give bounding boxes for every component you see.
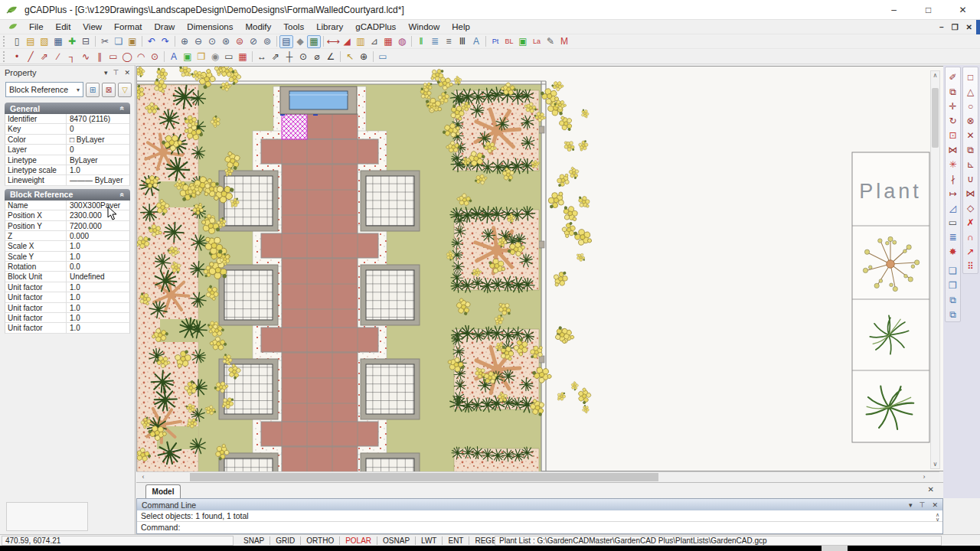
snap-node-icon[interactable]: ⊗ (964, 113, 978, 128)
block-manager-icon[interactable]: BL (502, 35, 516, 48)
panel-pin-icon[interactable]: ⊤ (920, 501, 926, 509)
drawing-canvas[interactable]: Plant ∧ ∨ (136, 66, 943, 471)
panel-pin-icon[interactable]: ⊤ (113, 69, 119, 77)
menu-file[interactable]: File (23, 21, 50, 33)
format-painter-icon[interactable]: ✐ (946, 70, 960, 84)
zoom-in-icon[interactable]: ⊕ (178, 35, 191, 48)
fillet-icon[interactable]: ◿ (946, 201, 960, 215)
zoom-window-icon[interactable]: ⊘ (247, 35, 260, 48)
scroll-down-icon[interactable]: ∨ (931, 461, 939, 468)
sketch-icon[interactable]: ✎ (544, 35, 557, 48)
zoom-previous-icon[interactable]: ⊚ (260, 35, 274, 48)
snap-midpoint-icon[interactable]: △ (964, 84, 978, 99)
dim-ordinate-icon[interactable]: ┼ (283, 50, 296, 63)
send-under-icon[interactable]: ⧉ (946, 307, 960, 321)
property-value[interactable]: 8470 (2116) (67, 114, 129, 123)
tab-bar-close-icon[interactable]: ✕ (928, 485, 934, 494)
cut-icon[interactable]: ✂ (98, 35, 112, 48)
tab-model[interactable]: Model (145, 484, 181, 498)
dim-diameter-icon[interactable]: ⌀ (310, 50, 324, 63)
panel-menu-icon[interactable]: ▾ (104, 69, 108, 77)
property-value[interactable]: 1.0 (67, 292, 129, 302)
snap-none-icon[interactable]: ✗ (964, 215, 978, 230)
property-value[interactable]: 1.0 (67, 323, 129, 332)
scroll-left-icon[interactable]: ‹ (138, 472, 149, 482)
text-icon[interactable]: A (167, 50, 181, 63)
command-line-toggle-icon[interactable]: ▭ (376, 50, 390, 63)
shade-icon[interactable]: ◆ (293, 35, 307, 48)
save-icon[interactable]: ▦ (51, 35, 65, 48)
deselect-objects-button[interactable]: ⊠ (102, 83, 116, 97)
construction-line-icon[interactable]: ∕ (51, 50, 65, 63)
menu-tools[interactable]: Tools (277, 21, 310, 33)
property-value[interactable]: 300X300Paver (67, 201, 129, 210)
property-row[interactable]: Color□ ByLayer (5, 135, 130, 145)
point-icon[interactable]: • (10, 50, 24, 63)
maximize-button[interactable]: □ (911, 0, 946, 20)
snap-perpendicular-icon[interactable]: ⊾ (964, 157, 978, 171)
render-sphere-icon[interactable]: ◉ (208, 50, 222, 63)
scroll-right-icon[interactable]: › (919, 472, 929, 482)
dim-linear-icon[interactable]: ↔ (255, 50, 269, 63)
plant-list-path[interactable]: Plant List : G:\GardenCADMaster\GardenCA… (495, 536, 942, 546)
leader-icon[interactable]: ↖ (343, 50, 357, 63)
extend-icon[interactable]: ↦ (946, 186, 960, 201)
add-plant-icon[interactable]: ✚ (65, 35, 79, 48)
zoom-dynamic-icon[interactable]: ⊛ (219, 35, 233, 48)
property-row[interactable]: Scale X1.0 (5, 241, 130, 251)
measure-distance-icon[interactable]: ⟷ (326, 35, 340, 48)
command-input[interactable]: Command: (137, 522, 942, 533)
arc-icon[interactable]: ◠ (134, 50, 148, 63)
plant-schedule-icon[interactable]: ▦ (381, 35, 395, 48)
property-value[interactable]: 1.0 (67, 282, 129, 292)
property-value[interactable]: 1.0 (67, 252, 129, 261)
menu-window[interactable]: Window (402, 21, 446, 33)
redo-icon[interactable]: ↷ (158, 35, 172, 48)
explode-icon[interactable]: ✸ (946, 244, 960, 259)
move-icon[interactable]: ✛ (946, 99, 960, 113)
vertical-scrollbar[interactable]: ∧ ∨ (930, 70, 940, 469)
property-value[interactable]: 0 (67, 124, 129, 133)
menu-help[interactable]: Help (446, 21, 476, 33)
property-row[interactable]: Position Y7200.000 (5, 221, 130, 231)
property-row[interactable]: Scale Y1.0 (5, 252, 130, 262)
spline-icon[interactable]: ∿ (79, 50, 93, 63)
menu-view[interactable]: View (77, 21, 108, 33)
layer-manager-icon[interactable]: La (530, 35, 544, 48)
snap-grid-icon[interactable]: ⠿ (964, 259, 978, 273)
property-value[interactable]: 1.0 (67, 313, 129, 322)
offset-icon[interactable]: ∥ (93, 50, 106, 63)
property-row[interactable]: Block UnitUndefined (5, 272, 130, 282)
snap-insertion-icon[interactable]: ⧉ (964, 142, 978, 157)
property-value[interactable]: 1.0 (67, 241, 129, 250)
print-icon[interactable]: ⊟ (79, 35, 93, 48)
property-value[interactable]: 0.000 (67, 231, 129, 240)
zoom-realtime-icon[interactable]: ⊙ (205, 35, 219, 48)
snap-settings-icon[interactable]: ∩ (964, 230, 978, 244)
mtext-icon[interactable]: M (557, 35, 571, 48)
plant-palette-icon[interactable]: ▦ (307, 35, 321, 48)
polyline-icon[interactable]: ┐ (65, 50, 79, 63)
snap-intersection-icon[interactable]: ✕ (964, 128, 978, 142)
trim-icon[interactable]: ∤ (946, 171, 960, 186)
horizontal-scroll-thumb[interactable] (190, 473, 658, 481)
snap-quadrant-icon[interactable]: ◇ (964, 201, 978, 215)
property-row[interactable]: Rotation0.0 (5, 262, 130, 272)
toggle-osnap[interactable]: OSNAP (377, 536, 415, 545)
panel-menu-icon[interactable]: ▾ (909, 501, 913, 509)
snap-tangent-icon[interactable]: ∪ (964, 171, 978, 186)
toggle-lwt[interactable]: LWT (416, 536, 442, 545)
toolbar-grip[interactable] (3, 51, 8, 62)
close-button[interactable]: ✕ (946, 0, 980, 20)
select-objects-button[interactable]: ⊞ (86, 83, 100, 97)
point-style-icon[interactable]: Pt (488, 35, 502, 48)
mdi-minimize-button[interactable]: – (939, 23, 944, 31)
undo-icon[interactable]: ↶ (145, 35, 158, 48)
minimize-button[interactable]: – (877, 0, 911, 20)
section-header[interactable]: Block Reference« (5, 189, 130, 201)
dim-aligned-icon[interactable]: ⇗ (269, 50, 283, 63)
property-row[interactable]: Linetype scale1.0 (5, 165, 130, 175)
property-row[interactable]: Unit factor1.0 (5, 323, 130, 333)
menu-gcadplus[interactable]: gCADPlus (349, 21, 402, 33)
bring-above-icon[interactable]: ⧉ (946, 292, 960, 307)
